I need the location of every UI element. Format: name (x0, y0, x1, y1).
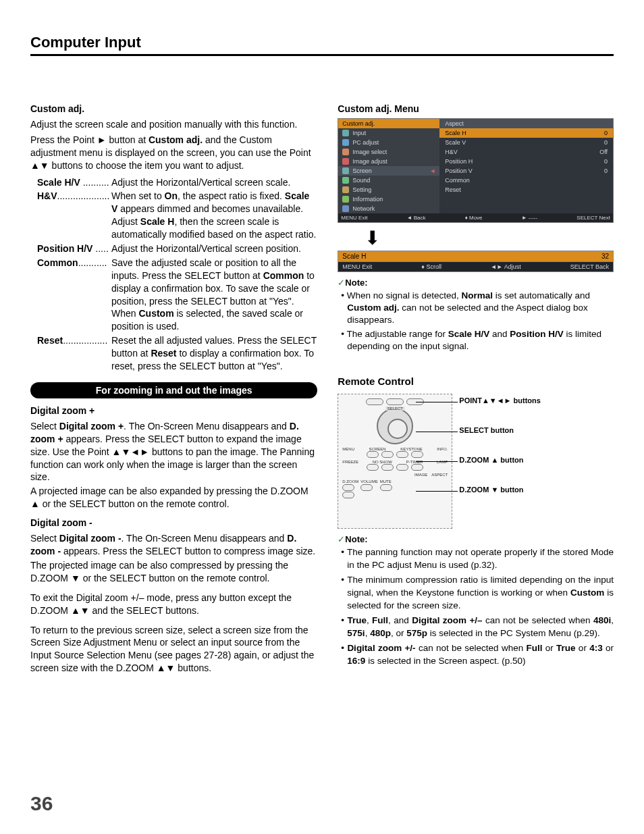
osd-right-row: Common (439, 176, 613, 185)
def-common: Common........... Save the adjusted scal… (37, 257, 317, 333)
t: 0 (604, 167, 608, 174)
rc-button (381, 451, 394, 458)
t: Common (445, 177, 470, 184)
t: Sound (352, 177, 370, 184)
definition-list: Scale H/V .......... Adjust the Horizont… (37, 176, 317, 373)
rc-dzoom-group: D.ZOOM VOLUME MUTE (342, 479, 448, 498)
t: Image select (352, 149, 387, 155)
osd-left-item: Input (338, 128, 439, 138)
t: Position H/V (510, 329, 564, 339)
t: 0 (604, 139, 608, 146)
t: Custom adj. (149, 134, 203, 145)
t: The adjustable range for (347, 329, 448, 339)
t: 0 (604, 130, 608, 136)
menu-icon (342, 205, 349, 212)
callout-select: SELECT button (459, 426, 614, 434)
scale-bar-header: Scale H 32 (338, 251, 614, 261)
dz-minus-p2: The projected image can be also compress… (30, 559, 317, 585)
callout-dzoom-up: D.ZOOM ▲ button (459, 456, 614, 464)
desc: When set to On, the aspect ratio is fixe… (111, 190, 317, 241)
note-item: The minimum compression ratio is limited… (347, 574, 614, 612)
t: FREEZE (342, 460, 358, 464)
t: Scale H/V (37, 177, 80, 188)
rc-dzoom-down-button (342, 492, 354, 498)
t: ♦ Scroll (421, 263, 441, 270)
osd-right-pane: Aspect Scale H0 Scale V0 H&VOff Position… (439, 119, 613, 213)
menu-icon (342, 186, 349, 193)
t: Press the Point ► button at (30, 134, 149, 145)
t: ♦ Move (465, 215, 483, 221)
rc-button (367, 451, 379, 458)
remote-control-heading: Remote Control (338, 375, 614, 387)
callout-point: POINT▲▼◄► buttons (459, 396, 614, 405)
t: Reset (151, 348, 176, 359)
remote-callouts: POINT▲▼◄► buttons SELECT button D.ZOOM ▲… (459, 394, 614, 529)
term: Common........... (37, 257, 111, 333)
remote-diagram: SELECT MENU SCREEN KEYSTONE INFO. FREEZE… (338, 394, 614, 529)
t: is selected in the Screen aspect. (p.50) (365, 656, 525, 666)
rc-button (396, 464, 408, 471)
t: 0 (604, 158, 608, 165)
rc-button (411, 451, 423, 458)
osd-right-row: Position H0 (439, 157, 613, 166)
osd-right-row: H&VOff (439, 147, 613, 157)
osd-left-item-selected: Screen◄ (338, 166, 439, 176)
t: LAMP (437, 460, 448, 464)
t: 480i (593, 615, 611, 625)
t: D.ZOOM ▼ button (459, 486, 523, 494)
rc-button (360, 484, 373, 491)
t: can not be selected when (483, 615, 593, 625)
t: 575i (347, 628, 365, 638)
t: ► ----- (522, 215, 537, 221)
menu-icon (342, 149, 349, 155)
osd-right-header: Aspect (439, 119, 613, 128)
down-arrow-icon: ⬇ (338, 226, 614, 251)
rc-dzoom-label: D.ZOOM (342, 479, 358, 484)
t: MENU (342, 447, 354, 451)
t: SELECT Next (576, 215, 610, 221)
def-hv: H&V.................... When set to On, … (37, 190, 317, 241)
note-item: Digital zoom +/- can not be selected whe… (347, 642, 614, 667)
t: 16:9 (347, 656, 365, 666)
t: Off (599, 149, 608, 155)
page-header: Computer Input (30, 34, 614, 56)
osd-left-item: Image adjust (338, 157, 439, 166)
t: Input (352, 130, 366, 136)
t: SELECT Back (570, 263, 609, 270)
t: When no signal is detected, (347, 290, 462, 301)
rc-button (381, 464, 394, 471)
t: or (542, 643, 556, 653)
check-icon: ✓ (338, 534, 345, 544)
osd-left-pane: Custom adj. Input PC adjust Image select… (338, 119, 439, 213)
t: Screen (352, 167, 372, 174)
scale-bar-footer: MENU Exit ♦ Scroll ◄► Adjust SELECT Back (338, 261, 614, 272)
t: POINT▲▼◄► buttons (459, 396, 541, 405)
osd-menu-screenshot: Custom adj. Input PC adjust Image select… (338, 118, 614, 223)
rc-button (386, 398, 404, 405)
t: Note: (345, 534, 367, 544)
right-column: Custom adj. Menu Custom adj. Input PC ad… (338, 103, 614, 681)
note-item: True, Full, and Digital zoom +/– can not… (347, 615, 614, 640)
t: Setting (352, 186, 371, 193)
t: , (611, 615, 614, 625)
t: Reset (37, 335, 63, 346)
t: Reset (445, 186, 461, 193)
rc-button (366, 398, 383, 405)
t: INFO. (437, 447, 448, 451)
custom-adj-menu-heading: Custom adj. Menu (338, 103, 614, 114)
t: H&V (37, 190, 57, 201)
menu-icon (342, 139, 349, 146)
note-list-1: When no signal is detected, Normal is se… (347, 290, 614, 353)
t: 480p (370, 628, 391, 638)
rc-button (367, 464, 379, 471)
two-column-layout: Custom adj. Adjust the screen scale and … (30, 103, 614, 681)
dz-exit: To exit the Digital zoom +/– mode, press… (30, 592, 317, 617)
note-item: The adjustable range for Scale H/V and P… (347, 328, 614, 353)
menu-icon (342, 130, 349, 136)
t: Scale H (140, 216, 175, 227)
t: Digital zoom + (59, 421, 124, 432)
t: Custom (570, 588, 604, 598)
t: MENU Exit (341, 215, 367, 221)
rc-point-ring: SELECT (377, 408, 413, 444)
rc-dzoom-up-button (342, 484, 354, 491)
